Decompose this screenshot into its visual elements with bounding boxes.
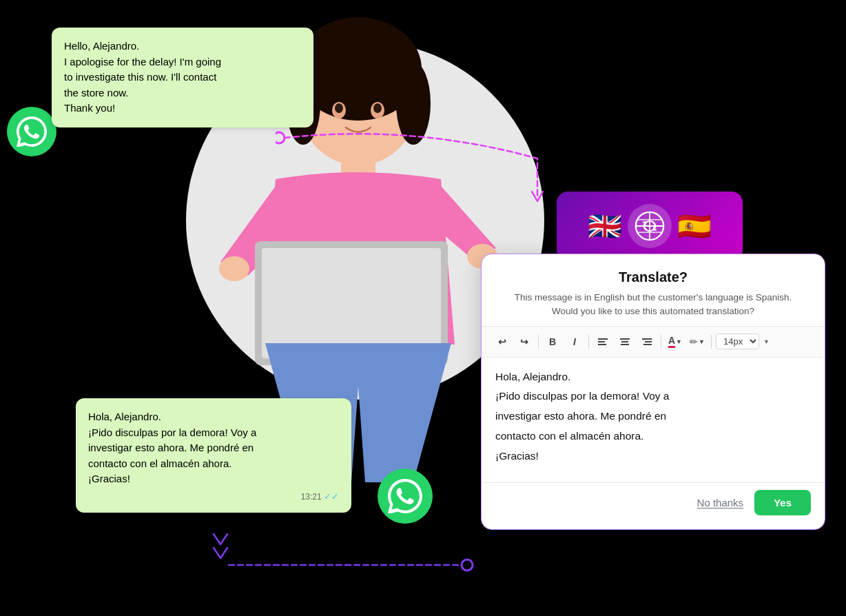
toolbar-separator-1 bbox=[538, 335, 539, 349]
svg-point-7 bbox=[219, 256, 249, 281]
dialog-subtitle: This message is in English but the custo… bbox=[498, 291, 808, 319]
bold-button[interactable]: B bbox=[543, 332, 562, 351]
chat-bubble-english: Hello, Alejandro. I apologise for the de… bbox=[52, 28, 313, 127]
dialog-header: Translate? This message is in English bu… bbox=[482, 254, 825, 326]
translation-banner: 🇬🇧 🇪🇸 bbox=[557, 192, 743, 260]
svg-rect-22 bbox=[645, 341, 652, 342]
svg-rect-6 bbox=[262, 248, 441, 358]
flag-spain: 🇪🇸 bbox=[677, 212, 712, 240]
undo-button[interactable]: ↩ bbox=[493, 332, 512, 351]
translated-message-content: Hola, Alejandro. ¡Pido disculpas por la … bbox=[482, 358, 825, 479]
svg-rect-20 bbox=[621, 344, 629, 345]
translated-line-2: ¡Pido disculpas por la demora! Voy a bbox=[495, 388, 811, 405]
font-color-button[interactable]: A ▼ bbox=[666, 332, 685, 351]
svg-point-11 bbox=[335, 103, 343, 113]
svg-point-12 bbox=[373, 103, 382, 113]
flag-uk: 🇬🇧 bbox=[588, 212, 622, 240]
align-left-button[interactable] bbox=[593, 332, 612, 351]
redo-button[interactable]: ↪ bbox=[515, 332, 534, 351]
font-size-select[interactable]: 14px 12px 16px 18px bbox=[716, 333, 759, 349]
svg-rect-21 bbox=[642, 338, 652, 340]
svg-rect-23 bbox=[643, 344, 652, 345]
italic-button[interactable]: I bbox=[565, 332, 584, 351]
toolbar-separator-2 bbox=[588, 335, 589, 349]
no-thanks-button[interactable]: No thanks bbox=[697, 497, 744, 509]
highlight-button[interactable]: ✏ ▼ bbox=[688, 332, 707, 351]
check-marks: ✓✓ bbox=[324, 491, 339, 502]
chat-bubble-spanish-text: Hola, Alejandro. ¡Pido disculpas por la … bbox=[88, 409, 339, 487]
whatsapp-icon-left bbox=[7, 107, 56, 156]
dialog-title: Translate? bbox=[498, 269, 808, 285]
globe-translate-icon bbox=[628, 204, 672, 248]
svg-rect-18 bbox=[620, 338, 630, 340]
translated-line-1: Hola, Alejandro. bbox=[495, 369, 811, 386]
chat-time: 13:21 ✓✓ bbox=[88, 491, 339, 502]
svg-rect-15 bbox=[598, 338, 608, 340]
translated-line-3: investigar esto ahora. Me pondré en bbox=[495, 408, 811, 425]
yes-button[interactable]: Yes bbox=[754, 490, 811, 515]
chat-bubble-english-text: Hello, Alejandro. I apologise for the de… bbox=[64, 39, 301, 116]
align-right-button[interactable] bbox=[637, 332, 657, 351]
editor-toolbar: ↩ ↪ B I A ▼ ✏ ▼ 14px 12px 16px 18px bbox=[482, 326, 825, 358]
arrow-bottom bbox=[200, 524, 482, 579]
dialog-actions: No thanks Yes bbox=[482, 482, 825, 515]
translated-line-4: contacto con el almacén ahora. bbox=[495, 428, 811, 445]
align-center-button[interactable] bbox=[615, 332, 634, 351]
toolbar-separator-3 bbox=[661, 335, 661, 349]
svg-point-3 bbox=[396, 62, 431, 145]
translate-dialog: Translate? This message is in English bu… bbox=[481, 254, 825, 530]
whatsapp-icon-bottom bbox=[378, 469, 433, 524]
svg-rect-17 bbox=[598, 344, 606, 345]
translated-line-5: ¡Gracias! bbox=[495, 448, 811, 465]
svg-rect-16 bbox=[598, 341, 605, 342]
toolbar-separator-4 bbox=[711, 335, 712, 349]
svg-rect-19 bbox=[621, 341, 628, 342]
svg-point-24 bbox=[462, 559, 473, 571]
chat-bubble-spanish: Hola, Alejandro. ¡Pido disculpas por la … bbox=[76, 398, 351, 513]
